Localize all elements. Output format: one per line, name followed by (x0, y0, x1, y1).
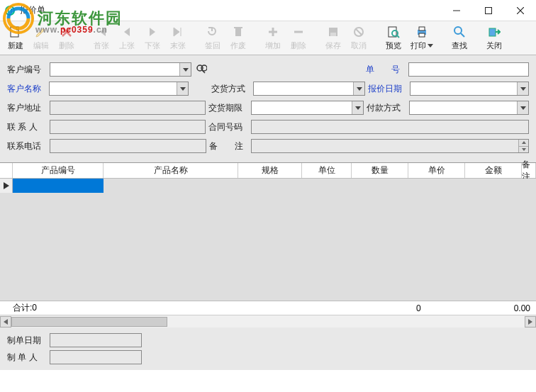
remarks-spinner-down[interactable] (518, 146, 528, 153)
svg-rect-12 (419, 33, 425, 37)
close-icon (487, 25, 501, 39)
combo-arrow-icon[interactable] (517, 82, 528, 95)
cell-qty[interactable] (352, 179, 408, 193)
label-order-no[interactable]: 单 号 (366, 64, 406, 76)
customer-name-combo[interactable] (49, 82, 189, 96)
label-delivery-method: 交货方式 (211, 83, 250, 95)
toolbar: 新建 编辑 删除 首张 上张 下张 末张 (0, 21, 536, 55)
cell-price[interactable] (408, 179, 465, 193)
remarks-input[interactable] (251, 139, 529, 153)
grid-header: 产品编号 产品名称 规格 单位 数量 单价 金额 备注 (0, 163, 536, 179)
tb-last: 末张 (165, 23, 191, 54)
totals-qty: 0 (372, 303, 426, 313)
save-icon (326, 25, 340, 39)
tb-void: 作废 (225, 23, 251, 54)
combo-arrow-icon[interactable] (353, 82, 364, 95)
scroll-left-button[interactable] (0, 316, 11, 327)
lookup-customer-button[interactable] (194, 62, 208, 77)
scroll-thumb[interactable] (11, 317, 167, 327)
payment-method-combo[interactable] (409, 101, 529, 115)
cell-amount[interactable] (465, 179, 522, 193)
first-icon (94, 25, 108, 39)
tb-close[interactable]: 关闭 (481, 23, 507, 54)
cell-unit[interactable] (302, 179, 352, 193)
next-icon (145, 25, 160, 39)
phone-input[interactable] (50, 139, 206, 153)
col-product-no[interactable]: 产品编号 (13, 163, 104, 178)
label-customer-name[interactable]: 客户名称 (7, 83, 46, 95)
scroll-right-button[interactable] (525, 316, 536, 327)
col-product-name[interactable]: 产品名称 (104, 163, 238, 178)
titlebar: 报价单 (0, 0, 536, 21)
label-remarks: 备 注 (209, 140, 249, 152)
customer-no-combo[interactable] (50, 62, 191, 77)
svg-rect-6 (330, 33, 336, 36)
totals-count: 0 (32, 303, 37, 313)
combo-arrow-icon[interactable] (352, 101, 363, 114)
preview-icon (386, 25, 401, 39)
footer: 制单日期 制 单 人 (0, 327, 536, 370)
delivery-deadline-combo[interactable] (251, 101, 364, 115)
tb-remove: 删除 (286, 23, 311, 54)
cell-remark[interactable] (522, 179, 536, 193)
col-unit[interactable]: 单位 (302, 163, 352, 178)
tb-cancel: 取消 (346, 23, 372, 54)
print-icon (415, 25, 429, 39)
combo-arrow-icon[interactable] (179, 63, 191, 76)
tb-print[interactable]: 打印 (406, 23, 437, 54)
close-button[interactable] (504, 0, 536, 21)
find-icon (452, 25, 467, 39)
svg-point-17 (201, 65, 207, 71)
tb-add: 增加 (260, 23, 286, 54)
delete-icon (60, 25, 74, 39)
contract-no-input[interactable] (251, 120, 529, 134)
grid-body[interactable] (0, 179, 536, 301)
row-indicator-header (0, 163, 13, 178)
new-icon (9, 25, 23, 39)
combo-arrow-icon[interactable] (177, 82, 188, 95)
maker-input[interactable] (50, 350, 142, 364)
form-area: 客户编号 单 号 客户名称 交货方式 报价日期 客户地址 交货期限 付款方式 (0, 55, 536, 163)
contact-input[interactable] (50, 120, 206, 134)
edit-icon (34, 25, 48, 39)
col-amount[interactable]: 金额 (465, 163, 522, 178)
tb-prev: 上张 (114, 23, 140, 54)
svg-point-13 (454, 27, 462, 34)
tb-find[interactable]: 查找 (447, 23, 472, 54)
minimize-button[interactable] (440, 0, 472, 21)
col-price[interactable]: 单价 (408, 163, 465, 178)
horizontal-scrollbar[interactable] (0, 315, 536, 327)
order-no-input[interactable] (408, 62, 529, 77)
cell-spec[interactable] (238, 179, 302, 193)
quote-date-combo[interactable] (410, 82, 529, 96)
svg-rect-11 (419, 27, 425, 30)
remarks-spinner-up[interactable] (518, 140, 528, 146)
svg-rect-2 (11, 27, 18, 37)
cell-product-no[interactable] (13, 179, 104, 193)
make-date-input[interactable] (50, 333, 142, 347)
print-dropdown-icon[interactable] (428, 44, 433, 47)
totals-row: 合计:0 0 0.00 (0, 301, 536, 315)
col-remark[interactable]: 备注 (522, 163, 536, 178)
customer-addr-input[interactable] (50, 101, 206, 115)
col-spec[interactable]: 规格 (238, 163, 302, 178)
window-controls (440, 0, 536, 21)
label-quote-date[interactable]: 报价日期 (368, 83, 407, 95)
svg-rect-3 (235, 28, 241, 36)
tb-new[interactable]: 新建 (3, 23, 28, 54)
tb-save: 保存 (320, 23, 346, 54)
col-qty[interactable]: 数量 (352, 163, 408, 178)
last-icon (171, 25, 185, 39)
totals-label: 合计: (13, 303, 32, 313)
delivery-method-combo[interactable] (253, 82, 365, 96)
grid-row[interactable] (0, 179, 536, 193)
label-make-date: 制单日期 (7, 335, 47, 347)
remove-icon (291, 25, 306, 39)
cell-product-name[interactable] (104, 179, 238, 193)
label-phone: 联系电话 (7, 140, 47, 152)
tb-preview[interactable]: 预览 (381, 23, 406, 54)
tb-next: 下张 (140, 23, 165, 54)
combo-arrow-icon[interactable] (517, 101, 528, 114)
svg-rect-14 (489, 28, 496, 36)
maximize-button[interactable] (472, 0, 504, 21)
